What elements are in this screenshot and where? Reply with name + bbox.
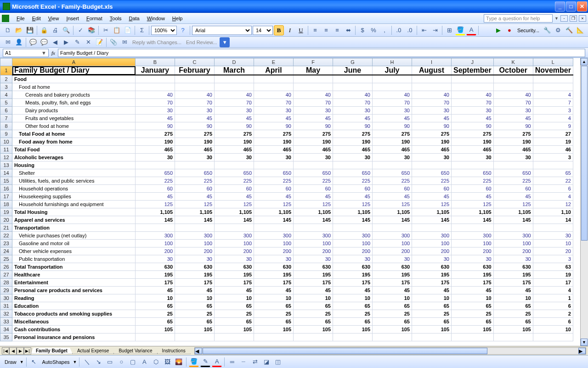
cell-K11[interactable]: 465 (493, 145, 533, 153)
cell-C3[interactable] (175, 83, 215, 91)
cell-J10[interactable]: 190 (452, 138, 494, 145)
cell-F7[interactable]: 45 (294, 114, 333, 122)
cell-E1[interactable]: April (254, 66, 294, 75)
cell-H30[interactable]: 10 (373, 294, 412, 302)
cell-E13[interactable] (254, 161, 294, 169)
cell-J19[interactable]: 1,105 (452, 208, 494, 216)
row-header-27[interactable]: 27 (0, 270, 12, 278)
cell-H9[interactable]: 275 (373, 130, 412, 138)
vscroll-thumb[interactable] (581, 66, 588, 241)
increase-decimal-button[interactable]: .0 (394, 25, 404, 35)
cell-L4[interactable]: 4 (533, 91, 573, 98)
cell-D30[interactable]: 10 (215, 294, 254, 302)
cell-H15[interactable]: 225 (373, 177, 412, 184)
cell-B26[interactable]: 630 (136, 263, 175, 270)
cell-D33[interactable]: 65 (215, 317, 254, 325)
cell-D9[interactable]: 275 (215, 130, 254, 138)
cell-E7[interactable]: 45 (254, 114, 294, 122)
cell-B34[interactable]: 105 (136, 325, 175, 333)
cell-B35[interactable] (136, 333, 175, 341)
currency-button[interactable]: $ (357, 25, 368, 35)
cell-B25[interactable]: 30 (136, 255, 175, 263)
cell-L28[interactable]: 17 (533, 278, 573, 286)
cell-E11[interactable]: 465 (254, 145, 294, 153)
cell-A22[interactable]: Vehicle purchases (net outlay) (12, 231, 136, 239)
cell-E2[interactable] (254, 75, 294, 83)
cell-A29[interactable]: Personal care products and services (12, 286, 136, 294)
horizontal-scrollbar[interactable]: ◀ ▶ (194, 347, 586, 355)
cell-I6[interactable]: 30 (412, 106, 452, 114)
col-header-B[interactable]: B (136, 58, 175, 66)
row-header-35[interactable]: 35 (0, 333, 12, 341)
col-header-I[interactable]: I (412, 58, 452, 66)
cell-J17[interactable]: 45 (452, 192, 494, 200)
cell-J18[interactable]: 125 (452, 200, 494, 208)
cell-A5[interactable]: Meats, poultry, fish, and eggs (12, 98, 136, 106)
cell-A2[interactable]: Food (12, 75, 136, 83)
cell-G2[interactable] (333, 75, 373, 83)
cell-F34[interactable]: 105 (294, 325, 333, 333)
cell-E8[interactable]: 90 (254, 122, 294, 130)
cell-D17[interactable]: 45 (215, 192, 254, 200)
row-header-4[interactable]: 4 (0, 91, 12, 98)
cell-G11[interactable]: 465 (333, 145, 373, 153)
row-header-21[interactable]: 21 (0, 224, 12, 231)
cell-G34[interactable]: 105 (333, 325, 373, 333)
cell-H25[interactable]: 30 (373, 255, 412, 263)
cell-C22[interactable]: 300 (175, 231, 215, 239)
mdi-close-button[interactable]: × (579, 15, 586, 22)
draw-menu[interactable]: Draw (3, 359, 18, 365)
insert-comment-button[interactable]: 💬 (28, 37, 38, 47)
cell-E30[interactable]: 10 (254, 294, 294, 302)
cell-E20[interactable]: 145 (254, 216, 294, 224)
cell-E29[interactable]: 45 (254, 286, 294, 294)
cell-I35[interactable] (412, 333, 452, 341)
cell-F5[interactable]: 70 (294, 98, 333, 106)
cell-G24[interactable]: 200 (333, 247, 373, 255)
cell-F35[interactable] (294, 333, 333, 341)
col-header-H[interactable]: H (373, 58, 412, 66)
cell-H14[interactable]: 650 (373, 169, 412, 177)
cell-C23[interactable]: 100 (175, 239, 215, 247)
cell-K21[interactable] (493, 224, 533, 231)
cell-F14[interactable]: 650 (294, 169, 333, 177)
cell-E31[interactable]: 65 (254, 302, 294, 310)
col-header-C[interactable]: C (175, 58, 215, 66)
cell-J22[interactable]: 300 (452, 231, 494, 239)
cell-D12[interactable]: 30 (215, 153, 254, 161)
autosum-button[interactable]: Σ (137, 25, 147, 35)
percent-button[interactable]: % (368, 25, 379, 35)
row-header-32[interactable]: 32 (0, 310, 12, 317)
cell-F19[interactable]: 1,105 (294, 208, 333, 216)
design-mode-button[interactable]: 📐 (575, 25, 585, 35)
cell-A35[interactable]: Personal insurance and pensions (12, 333, 136, 341)
vertical-scrollbar[interactable]: ▲ ▼ (580, 58, 588, 346)
row-header-22[interactable]: 22 (0, 231, 12, 239)
cell-J2[interactable] (452, 75, 494, 83)
cell-F28[interactable]: 175 (294, 278, 333, 286)
cell-F17[interactable]: 45 (294, 192, 333, 200)
cell-E16[interactable]: 60 (254, 184, 294, 192)
cell-D22[interactable]: 300 (215, 231, 254, 239)
paste-button[interactable]: 📄 (123, 25, 133, 35)
cell-A24[interactable]: Other vehicle expenses (12, 247, 136, 255)
cell-H19[interactable]: 1,105 (373, 208, 412, 216)
col-header-G[interactable]: G (333, 58, 373, 66)
cell-L7[interactable]: 4 (533, 114, 573, 122)
cell-J14[interactable]: 650 (452, 169, 494, 177)
cell-K28[interactable]: 175 (493, 278, 533, 286)
cell-K24[interactable]: 200 (493, 247, 533, 255)
cell-I4[interactable]: 40 (412, 91, 452, 98)
cell-H8[interactable]: 90 (373, 122, 412, 130)
cell-F6[interactable]: 30 (294, 106, 333, 114)
sheet-tab-actual-expense[interactable]: Actual Expense (72, 348, 114, 354)
row-header-7[interactable]: 7 (0, 114, 12, 122)
cell-I13[interactable] (412, 161, 452, 169)
row-header-23[interactable]: 23 (0, 239, 12, 247)
cell-J20[interactable]: 145 (452, 216, 494, 224)
cut-button[interactable]: ✂ (101, 25, 111, 35)
cell-I34[interactable]: 105 (412, 325, 452, 333)
cell-B5[interactable]: 70 (136, 98, 175, 106)
cell-G8[interactable]: 90 (333, 122, 373, 130)
security-button[interactable]: Security... (515, 28, 541, 33)
